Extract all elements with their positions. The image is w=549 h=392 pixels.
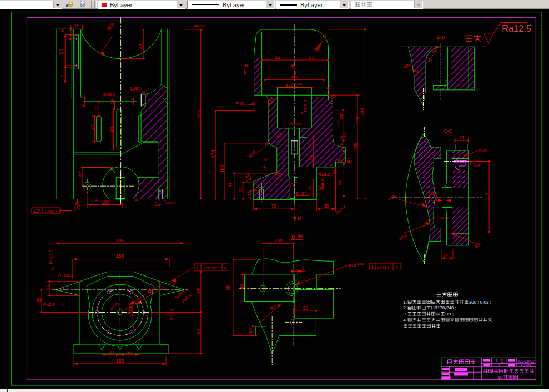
- svg-text:180: 180: [101, 199, 109, 205]
- svg-text:3.2: 3.2: [293, 178, 297, 184]
- svg-text:1: 1: [301, 266, 304, 271]
- svg-text:-0.23: -0.23: [336, 119, 340, 127]
- svg-text:A: A: [395, 265, 398, 269]
- svg-text:HB170-240 ;: HB170-240 ;: [431, 305, 456, 310]
- svg-text:41: 41: [228, 182, 233, 187]
- svg-text:29: 29: [94, 104, 100, 110]
- svg-text:174: 174: [210, 150, 216, 158]
- svg-text:7: 7: [59, 74, 65, 77]
- svg-text:120°: 120°: [139, 90, 147, 94]
- svg-text:3×45°: 3×45°: [296, 192, 306, 195]
- svg-text:100: 100: [274, 238, 282, 243]
- svg-text:0.06(-): 0.06(-): [45, 209, 57, 214]
- svg-text:300 : 0.03 ;: 300 : 0.03 ;: [469, 300, 491, 305]
- svg-text:30: 30: [44, 285, 50, 290]
- svg-text:55: 55: [275, 54, 280, 60]
- svg-text:0: 0: [296, 86, 298, 89]
- svg-text:Ra6.3: Ra6.3: [105, 92, 115, 96]
- svg-text:Ra6.3: Ra6.3: [169, 309, 174, 320]
- svg-text:47: 47: [138, 44, 144, 49]
- svg-text:2-M16: 2-M16: [165, 201, 176, 205]
- svg-text:70: 70: [271, 203, 276, 209]
- svg-text:R240: R240: [127, 304, 133, 315]
- svg-text:98: 98: [226, 285, 231, 291]
- svg-text:58: 58: [339, 114, 344, 119]
- svg-text:Ra6.3: Ra6.3: [43, 302, 54, 307]
- svg-text:D: D: [291, 234, 295, 240]
- svg-text:50: 50: [338, 180, 343, 185]
- svg-text:102: 102: [219, 165, 225, 173]
- svg-text:35: 35: [36, 298, 42, 303]
- svg-text:A: A: [76, 205, 79, 209]
- svg-text:7: 7: [64, 34, 69, 37]
- svg-text:155: 155: [115, 253, 124, 259]
- svg-text:+0.06: +0.06: [356, 262, 364, 265]
- svg-text:270: 270: [195, 109, 201, 117]
- svg-text:h9: h9: [444, 216, 449, 220]
- svg-text:Ra12.5: Ra12.5: [195, 24, 205, 28]
- svg-text:35: 35: [308, 185, 313, 190]
- svg-text:205: 205: [115, 238, 124, 243]
- svg-text:8: 8: [355, 117, 360, 119]
- svg-text:286: 286: [360, 108, 365, 115]
- svg-text:C-C: C-C: [444, 128, 452, 134]
- svg-text:Ra6.3: Ra6.3: [320, 179, 325, 191]
- svg-text:15: 15: [74, 23, 79, 28]
- svg-text:15: 15: [246, 190, 251, 195]
- svg-text:30: 30: [77, 172, 82, 178]
- svg-text:Ra12.5: Ra12.5: [502, 23, 531, 33]
- svg-text:A: A: [224, 266, 227, 270]
- svg-text:85: 85: [196, 329, 202, 335]
- svg-text:ø36: ø36: [285, 83, 293, 88]
- svg-text:300:0.02: 300:0.02: [203, 266, 218, 270]
- svg-text:10: 10: [498, 375, 503, 380]
- svg-text:53: 53: [309, 54, 315, 60]
- svg-text:30: 30: [127, 350, 132, 355]
- svg-text:1: 1: [498, 363, 501, 367]
- svg-text:15: 15: [431, 192, 435, 195]
- svg-text:D: D: [298, 215, 301, 221]
- svg-text:ø15: ø15: [349, 263, 356, 268]
- svg-text:B-B: B-B: [437, 34, 445, 40]
- svg-text:120°: 120°: [474, 163, 482, 167]
- svg-text:J23-10-02: J23-10-02: [517, 359, 535, 363]
- svg-text:B: B: [245, 63, 248, 68]
- svg-text:Ra6.3: Ra6.3: [294, 122, 306, 127]
- svg-text:150: 150: [115, 358, 124, 364]
- svg-text:65: 65: [196, 288, 202, 293]
- svg-text:ø51: ø51: [290, 74, 298, 79]
- svg-text:1: 1: [496, 359, 498, 363]
- svg-text:31: 31: [238, 187, 243, 192]
- svg-text:C: C: [263, 158, 268, 161]
- svg-text:42: 42: [239, 284, 244, 289]
- svg-text:62: 62: [109, 127, 115, 132]
- svg-text:185: 185: [352, 143, 358, 150]
- svg-text:21: 21: [459, 135, 465, 140]
- svg-text:R3 ;: R3 ;: [445, 311, 454, 316]
- svg-text:2-M24: 2-M24: [475, 148, 487, 153]
- svg-text:12: 12: [442, 253, 448, 258]
- svg-text:B: B: [291, 63, 294, 68]
- svg-text:5: 5: [80, 104, 86, 107]
- svg-text:54: 54: [308, 155, 313, 160]
- svg-text:0: 0: [336, 113, 339, 114]
- svg-text:15: 15: [439, 215, 443, 220]
- svg-text:2.: 2.: [403, 305, 407, 310]
- svg-text:115: 115: [484, 193, 490, 200]
- svg-text:14: 14: [130, 99, 134, 103]
- svg-text:38: 38: [303, 305, 308, 311]
- svg-text:30: 30: [109, 350, 114, 355]
- svg-text:R10: R10: [235, 101, 244, 107]
- svg-text:4.: 4.: [403, 318, 407, 323]
- svg-text:8: 8: [60, 29, 66, 32]
- svg-text:HT300: HT300: [521, 363, 531, 366]
- svg-text:120°: 120°: [154, 203, 162, 207]
- svg-text:ø0.014: ø0.014: [377, 265, 389, 269]
- svg-text:Ra6.3: Ra6.3: [62, 273, 73, 278]
- svg-text:13: 13: [248, 328, 253, 334]
- svg-text:58: 58: [58, 49, 64, 54]
- svg-text:Ra6.3: Ra6.3: [303, 100, 308, 112]
- svg-text:19: 19: [110, 99, 115, 104]
- svg-text:30: 30: [324, 203, 329, 209]
- svg-text:3.: 3.: [403, 311, 407, 316]
